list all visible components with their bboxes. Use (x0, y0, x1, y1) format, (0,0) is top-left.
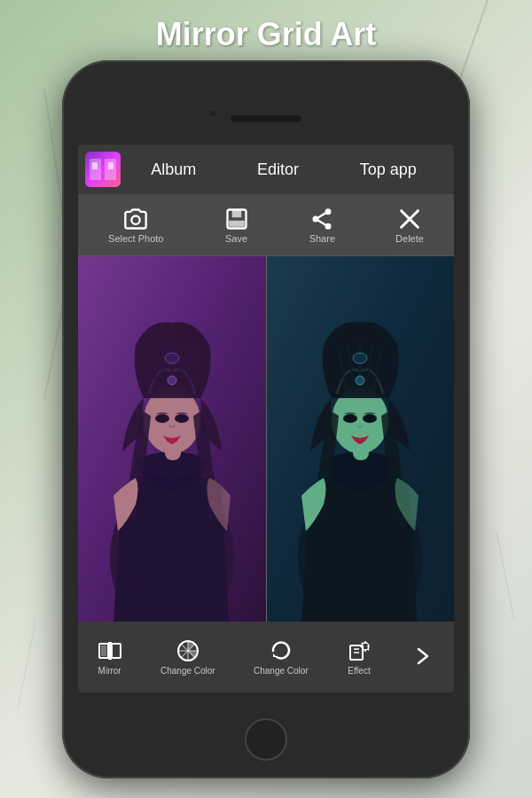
svg-point-14 (132, 215, 140, 223)
header-bar: Album Editor Top app (78, 145, 454, 194)
aperture-icon (176, 638, 200, 663)
grid-divider (266, 256, 267, 622)
svg-point-18 (325, 208, 331, 214)
save-icon (224, 207, 249, 231)
nav-change-color-2-label: Change Color (254, 666, 309, 676)
share-label: Share (309, 233, 335, 244)
photo-left (78, 256, 266, 622)
phone-frame: Album Editor Top app Select Photo (62, 60, 470, 778)
bottom-nav: Mirror Change Color (78, 622, 454, 692)
tab-top-app[interactable]: Top app (360, 160, 417, 179)
toolbar: Select Photo Save Share (78, 194, 454, 256)
svg-line-21 (318, 213, 325, 217)
svg-line-6 (27, 133, 53, 177)
nav-mirror[interactable]: Mirror (98, 638, 122, 676)
app-title: Mirror Grid Art (0, 16, 532, 53)
svg-rect-58 (112, 644, 121, 658)
select-photo-button[interactable]: Select Photo (108, 207, 163, 244)
photo-grid (78, 256, 454, 622)
delete-button[interactable]: Delete (395, 207, 424, 244)
share-button[interactable]: Share (309, 207, 335, 244)
nav-change-color-2[interactable]: Change Color (254, 638, 309, 676)
save-label: Save (225, 233, 247, 244)
svg-rect-13 (108, 162, 113, 169)
svg-line-22 (318, 220, 325, 224)
select-photo-label: Select Photo (108, 233, 163, 244)
svg-rect-12 (92, 162, 98, 169)
delete-icon (397, 207, 422, 231)
svg-line-77 (368, 649, 369, 650)
svg-line-76 (362, 643, 363, 644)
share-icon (309, 207, 334, 231)
phone-home-button[interactable] (245, 718, 287, 761)
app-icon (85, 152, 121, 187)
refresh-icon (269, 638, 293, 663)
svg-marker-67 (273, 653, 277, 657)
nav-change-color-1[interactable]: Change Color (160, 638, 215, 676)
svg-point-19 (313, 216, 318, 222)
delete-label: Delete (395, 233, 424, 244)
phone-speaker (231, 115, 301, 122)
nav-more[interactable] (410, 644, 434, 671)
tab-album[interactable]: Album (151, 160, 196, 179)
nav-effect-label: Effect (348, 666, 370, 676)
svg-rect-16 (232, 209, 240, 216)
nav-change-color-1-label: Change Color (160, 666, 215, 676)
chevron-right-icon (410, 644, 434, 669)
tab-editor[interactable]: Editor (257, 160, 299, 179)
nav-effect[interactable]: Effect (347, 638, 372, 676)
nav-mirror-label: Mirror (98, 666, 121, 676)
phone-screen: Album Editor Top app Select Photo (78, 145, 454, 692)
svg-line-7 (497, 532, 514, 621)
mirror-icon (98, 638, 122, 663)
phone-camera (208, 109, 217, 118)
photo-right (266, 256, 454, 622)
svg-rect-40 (78, 256, 266, 622)
svg-rect-61 (101, 645, 106, 656)
header-tabs: Album Editor Top app (121, 160, 447, 179)
svg-point-20 (325, 223, 331, 229)
svg-rect-17 (229, 221, 243, 226)
camera-icon (123, 207, 148, 231)
effect-icon (347, 638, 372, 663)
svg-line-8 (18, 621, 35, 709)
save-button[interactable]: Save (224, 207, 249, 244)
svg-rect-56 (266, 256, 454, 622)
